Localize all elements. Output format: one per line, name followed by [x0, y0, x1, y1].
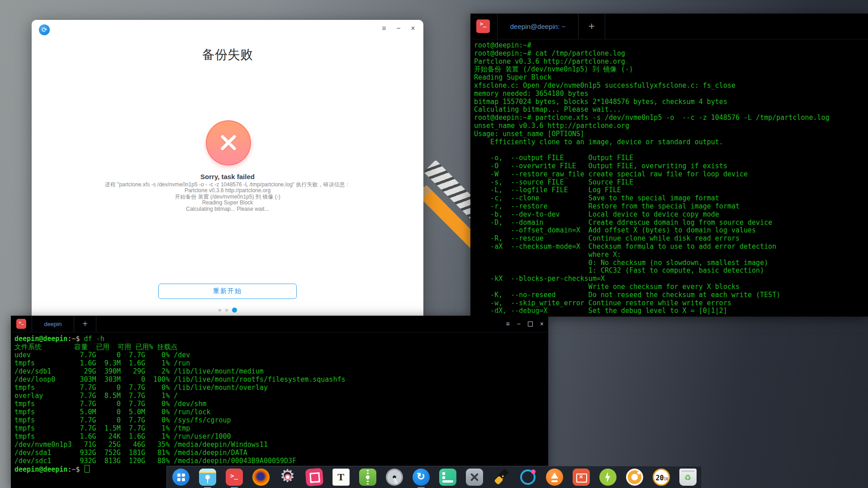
- terminal-tabbar: >_ deepin@deepin: ~ +: [470, 14, 868, 39]
- dock-installer-icon[interactable]: [519, 469, 536, 486]
- dock-package-manager-icon[interactable]: [573, 469, 590, 486]
- dock-toolbox-icon[interactable]: [466, 469, 483, 486]
- dock-file-manager-icon[interactable]: [199, 469, 216, 486]
- terminal-tab[interactable]: deepin: [32, 316, 74, 332]
- error-x-icon: [206, 120, 251, 166]
- close-icon[interactable]: ×: [540, 321, 544, 327]
- dock-calendar-icon[interactable]: 2016: [653, 469, 670, 486]
- page-dots: [32, 308, 423, 313]
- error-details: 进程 "partclone.xfs -s /dev/nvme0n1p5 -o -…: [32, 182, 423, 212]
- dock-tuner-icon[interactable]: [626, 469, 643, 486]
- close-icon[interactable]: ×: [408, 24, 418, 33]
- backup-dialog-window: ⟳ ≡ − × 备份失败 Sorry, task failed 进程 "part…: [32, 20, 423, 336]
- minimize-icon[interactable]: −: [517, 321, 521, 327]
- minimize-icon[interactable]: −: [394, 24, 403, 33]
- terminal-window-bottom: >_ deepin + ≡ − × deepin@deepin:~$ df -h…: [11, 316, 548, 488]
- prompt-line-command: deepin@deepin:~$ df -h: [14, 335, 545, 343]
- dock-screenshot-icon[interactable]: [305, 468, 323, 487]
- dock-trash-icon[interactable]: [679, 469, 697, 486]
- page-dot-2[interactable]: [225, 309, 228, 312]
- retry-button[interactable]: 重新开始: [158, 284, 297, 299]
- dock-disk-utility-icon[interactable]: [386, 469, 403, 486]
- dock-archive-manager-icon[interactable]: [359, 469, 376, 486]
- terminal-tab[interactable]: deepin@deepin: ~: [497, 14, 579, 39]
- dock-eject-burner-icon[interactable]: [546, 469, 563, 486]
- dock-power-manager-icon[interactable]: [599, 469, 617, 486]
- dock-launcher-icon[interactable]: [172, 469, 190, 486]
- dock-usb-creator-icon[interactable]: [493, 469, 510, 486]
- terminal-output-text: root@deepin:~# root@deepin:~# cat /tmp/p…: [474, 42, 864, 315]
- terminal-cursor: [85, 465, 90, 473]
- menu-icon[interactable]: ≡: [379, 24, 389, 33]
- df-output-text: 文件系统 容量 已用 可用 已用% 挂载点 udev 7.7G 0 7.7G 0…: [14, 343, 545, 465]
- dock-text-editor-icon[interactable]: [332, 469, 350, 486]
- dock-firefox-icon[interactable]: [252, 469, 270, 486]
- error-subtitle: Sorry, task failed: [32, 173, 423, 180]
- terminal-output-area[interactable]: deepin@deepin:~$ df -h 文件系统 容量 已用 可用 已用%…: [11, 332, 548, 476]
- terminal-window-right: >_ deepin@deepin: ~ + root@deepin:~# roo…: [470, 14, 868, 317]
- page-title: 备份失败: [32, 46, 423, 63]
- menu-icon[interactable]: ≡: [506, 321, 509, 327]
- dock-control-center-icon[interactable]: [279, 469, 296, 486]
- new-tab-button[interactable]: +: [579, 14, 605, 39]
- dock-terminal-icon[interactable]: [226, 469, 243, 486]
- terminal-output-area[interactable]: root@deepin:~# root@deepin:~# cat /tmp/p…: [470, 39, 868, 317]
- app-logo-icon: ⟳: [39, 24, 50, 35]
- dock-panel: 2016: [166, 466, 702, 488]
- page-dot-1[interactable]: [218, 309, 221, 312]
- terminal-tabbar: >_ deepin + ≡ − ×: [11, 316, 548, 332]
- terminal-app-icon: >_: [16, 319, 26, 329]
- maximize-icon[interactable]: [528, 322, 533, 327]
- terminal-app-icon: >_: [476, 19, 490, 33]
- page-dot-3-active[interactable]: [232, 308, 237, 313]
- dock-backup-restore-icon[interactable]: [413, 469, 430, 486]
- new-tab-button[interactable]: +: [74, 316, 96, 332]
- dock-boot-maker-icon[interactable]: [439, 469, 456, 486]
